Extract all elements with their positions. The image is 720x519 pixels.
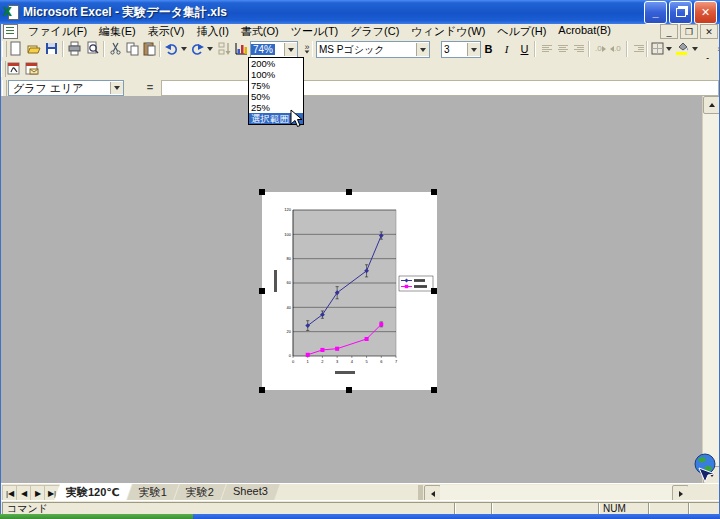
excel-window: X Microsoft Excel - 実験データ集計.xls _ ✕ ファイル… (0, 0, 720, 519)
svg-text:3: 3 (336, 359, 339, 364)
sheet-tab[interactable]: Sheet3 (221, 484, 280, 501)
selection-handle-n[interactable] (346, 189, 352, 195)
undo-button[interactable] (163, 40, 180, 57)
borders-grid-icon (651, 42, 664, 55)
font-size-combobox[interactable]: 3 (441, 41, 481, 58)
toolbar-grip[interactable] (2, 80, 7, 96)
bold-label: B (485, 43, 493, 55)
y-axis-title-illegible (274, 270, 277, 292)
menu-item[interactable]: ヘルプ(H) (491, 23, 552, 40)
redo-dropdown[interactable] (205, 40, 214, 57)
paste-button[interactable] (141, 40, 158, 57)
zoom-combobox[interactable]: 74% (250, 41, 298, 58)
separator (62, 41, 63, 57)
menu-item[interactable]: グラフ(C) (344, 23, 405, 40)
copy-button[interactable] (124, 40, 141, 57)
caret-down-icon (207, 47, 213, 51)
font-name-combo-arrow[interactable] (416, 43, 429, 56)
selection-handle-w[interactable] (259, 288, 265, 294)
chart-object[interactable]: 02040608010012001234567 (262, 192, 437, 390)
zoom-combo-arrow[interactable] (284, 43, 297, 56)
underline-button[interactable]: U (516, 40, 533, 57)
zoom-option[interactable]: 200% (249, 58, 303, 69)
font-name-combobox[interactable]: MS Pゴシック (316, 41, 430, 58)
paste-clipboard-icon (142, 41, 157, 56)
decrease-decimal-button-disabled[interactable]: .0 (608, 40, 625, 57)
menu-item[interactable]: 編集(E) (93, 23, 142, 40)
convert-to-pdf-button[interactable] (5, 60, 22, 77)
workbook-close-button[interactable]: ✕ (700, 24, 718, 39)
sheet-tabs: 実験120℃実験1実験2Sheet3 (59, 484, 280, 501)
zoom-option[interactable]: 50% (249, 91, 303, 102)
italic-button[interactable]: I (498, 40, 515, 57)
print-preview-icon (85, 41, 100, 56)
indent-button-disabled[interactable] (630, 40, 647, 57)
open-button[interactable] (25, 40, 42, 57)
selection-handle-nw[interactable] (259, 189, 265, 195)
sheet-tab[interactable]: 実験1 (127, 484, 179, 501)
zoom-option[interactable]: 100% (249, 69, 303, 80)
menu-item[interactable]: ファイル(F) (22, 23, 93, 40)
convert-to-pdf-email-button[interactable] (23, 60, 40, 77)
menu-item[interactable]: ウィンドウ(W) (405, 23, 491, 40)
open-folder-icon (26, 41, 41, 56)
sheet-tab[interactable]: 実験2 (174, 484, 226, 501)
menu-item[interactable]: 表示(V) (142, 23, 191, 40)
align-left-button-disabled[interactable] (538, 40, 555, 57)
workbook-minimize-button[interactable]: _ (660, 24, 678, 39)
tab-split-handle[interactable] (418, 485, 423, 500)
font-size-combo-arrow[interactable] (467, 43, 480, 56)
formula-input[interactable] (161, 80, 719, 96)
menu-item[interactable]: 書式(O) (235, 23, 285, 40)
italic-label: I (505, 43, 509, 55)
bold-button[interactable]: B (480, 40, 497, 57)
selection-handle-se[interactable] (431, 387, 437, 393)
svg-text:100: 100 (284, 232, 291, 237)
name-box[interactable]: グラフ エリア (8, 80, 124, 96)
fill-color-dropdown[interactable] (690, 40, 699, 57)
name-box-arrow[interactable] (110, 82, 123, 94)
minimize-button[interactable]: _ (644, 1, 667, 24)
chart-wizard-button[interactable] (233, 40, 250, 57)
new-document-icon (8, 41, 23, 56)
align-right-button-disabled[interactable] (570, 40, 587, 57)
sort-ascending-button-disabled[interactable] (216, 40, 233, 57)
chart-svg: 02040608010012001234567 (262, 192, 437, 390)
menu-item[interactable]: 挿入(I) (190, 23, 234, 40)
menu-item[interactable]: ツール(T) (285, 23, 345, 40)
selection-handle-e[interactable] (431, 288, 437, 294)
workbook-restore-button[interactable]: ❐ (680, 24, 698, 39)
print-preview-button[interactable] (84, 40, 101, 57)
restore-icon (676, 8, 686, 17)
vertical-scrollbar[interactable] (702, 96, 720, 483)
edit-formula-button[interactable]: = (143, 80, 157, 94)
borders-dropdown[interactable] (664, 40, 673, 57)
cut-button[interactable] (107, 40, 124, 57)
svg-text:4: 4 (351, 359, 354, 364)
redo-button[interactable] (189, 40, 206, 57)
legend-label-illegible (414, 279, 425, 282)
new-button[interactable] (7, 40, 24, 57)
sheet-tab[interactable]: 実験120℃ (54, 484, 132, 501)
borders-button[interactable] (650, 40, 664, 57)
selection-handle-sw[interactable] (259, 387, 265, 393)
align-center-button-disabled[interactable] (554, 40, 571, 57)
increase-decimal-button-disabled[interactable]: .0 (592, 40, 609, 57)
workbook-icon[interactable] (3, 24, 18, 39)
menu-item[interactable]: Acrobat(B) (552, 23, 617, 40)
zoom-option[interactable]: 75% (249, 80, 303, 91)
scroll-up-button[interactable] (703, 96, 720, 114)
selection-handle-s[interactable] (346, 387, 352, 393)
horizontal-scrollbar[interactable] (440, 485, 672, 500)
undo-dropdown[interactable] (179, 40, 188, 57)
zoom-value: 74% (251, 44, 275, 55)
close-button[interactable]: ✕ (694, 1, 717, 24)
acrobat-pdf-email-icon (24, 61, 39, 76)
save-button[interactable] (43, 40, 60, 57)
restore-button[interactable] (669, 1, 692, 24)
window-title: Microsoft Excel - 実験データ集計.xls (23, 4, 227, 21)
formula-bar: グラフ エリア = (0, 79, 720, 97)
selection-handle-ne[interactable] (431, 189, 437, 195)
print-button[interactable] (66, 40, 83, 57)
fill-color-button[interactable] (674, 40, 691, 57)
